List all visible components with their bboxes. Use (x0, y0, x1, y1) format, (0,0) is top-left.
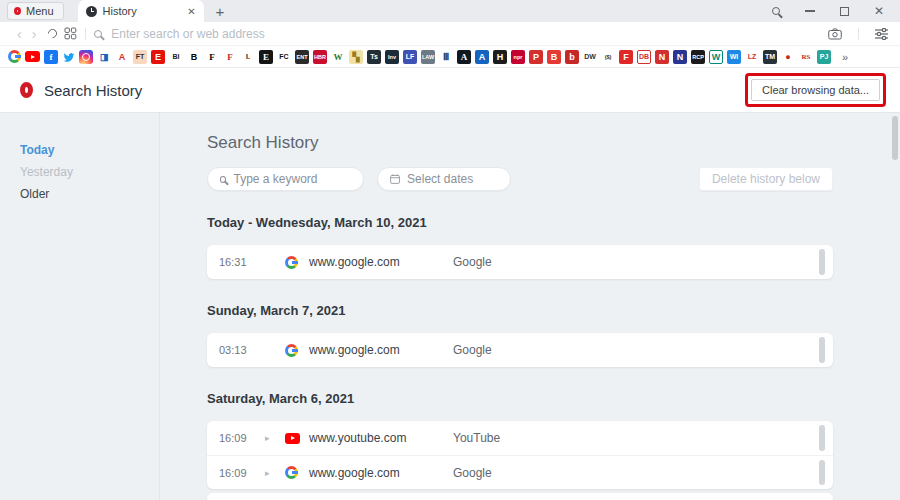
address-input[interactable] (111, 27, 828, 41)
forward-button[interactable]: › (27, 27, 42, 41)
bookmark-facebook[interactable]: f (44, 50, 58, 64)
address-bar[interactable] (94, 27, 828, 41)
row-scrollbar[interactable] (819, 425, 825, 451)
google-favicon (285, 256, 298, 269)
row-scrollbar[interactable] (819, 249, 825, 275)
bookmark-tm[interactable]: TM (763, 50, 777, 64)
bookmark-red-b[interactable]: B (547, 50, 561, 64)
new-tab-button[interactable]: + (216, 3, 225, 20)
page-scrollbar-thumb[interactable] (892, 116, 898, 160)
dates-input[interactable] (407, 172, 498, 186)
bookmark-twitter[interactable] (62, 51, 75, 63)
toolbar-divider (858, 28, 859, 40)
history-row[interactable]: 03:13www.google.comGoogle (207, 333, 833, 367)
bookmark-capitol[interactable]: Ⅲ (439, 50, 453, 64)
history-sidebar: TodayYesterdayOlder (0, 113, 160, 500)
search-icon[interactable] (772, 7, 780, 15)
bookmark-hbr[interactable]: HBR (313, 50, 327, 64)
history-site-name: YouTube (453, 431, 500, 445)
bookmark-inc[interactable]: I. (241, 50, 255, 64)
bookmark-drop[interactable]: ● (781, 50, 795, 64)
bookmark-google[interactable] (8, 50, 21, 63)
history-list: Today - Wednesday, March 10, 202116:31ww… (207, 215, 833, 500)
minimize-button[interactable] (805, 10, 815, 12)
bookmark-h-site[interactable]: H (493, 50, 507, 64)
bookmark-rcp[interactable]: RCP (691, 50, 705, 64)
bookmark-business-insider[interactable]: BI (169, 50, 183, 64)
toolbar-right (828, 28, 888, 40)
bookmark-fast-company[interactable]: FC (277, 50, 291, 64)
bookmark-instagram[interactable] (79, 50, 93, 64)
tab-close-icon[interactable]: ✕ (187, 6, 195, 17)
speed-dial-button[interactable] (64, 27, 77, 40)
snapshot-button[interactable] (828, 28, 842, 40)
expand-arrow-icon[interactable]: ▸ (265, 468, 285, 478)
keyword-search-field[interactable] (207, 167, 364, 191)
history-time: 16:09 (217, 467, 265, 479)
bookmark-forbes[interactable]: F (205, 50, 219, 64)
bookmark-lf[interactable]: LF (403, 50, 417, 64)
bookmark-rs[interactable]: RS (799, 50, 813, 64)
bookmark-green-w[interactable]: W (331, 50, 345, 64)
menu-button[interactable]: Menu (7, 2, 64, 20)
bookmark-pj[interactable]: PJ (817, 50, 831, 64)
google-favicon-cell (285, 466, 309, 479)
sidebar-item-yesterday[interactable]: Yesterday (0, 161, 159, 183)
reload-button[interactable] (46, 27, 59, 40)
bookmark-lz[interactable]: LZ (745, 50, 759, 64)
clear-browsing-data-button[interactable]: Clear browsing data... (751, 79, 880, 101)
history-card: 16:09▸www.youtube.comYouTube16:09▸www.go… (207, 421, 833, 489)
bookmark-news-blue[interactable]: ◨ (97, 50, 111, 64)
bookmark-npr[interactable]: npr (511, 50, 525, 64)
bookmark-teal-w[interactable]: W (709, 50, 723, 64)
bookmark-blue-a[interactable]: A (475, 50, 489, 64)
easy-setup-button[interactable] (875, 28, 888, 40)
delete-history-below-button[interactable]: Delete history below (699, 167, 833, 191)
window-controls: ✕ (772, 5, 900, 17)
restore-button[interactable] (840, 7, 849, 16)
bookmark-ent[interactable]: ENT (295, 50, 309, 64)
bookmark-youtube[interactable] (25, 51, 40, 62)
bookmark-ts[interactable]: Ts (367, 50, 381, 64)
history-row[interactable]: 16:31www.google.comGoogle (207, 245, 833, 279)
sidebar-item-older[interactable]: Older (0, 183, 159, 205)
history-row[interactable]: 16:09▸www.youtube.comYouTube (207, 421, 833, 455)
expand-arrow-icon[interactable]: ▸ (265, 433, 285, 443)
bookmark-wi[interactable]: WI (727, 50, 741, 64)
bookmark-db[interactable]: DB (637, 50, 651, 64)
bookmark-red-p[interactable]: P (529, 50, 543, 64)
bookmarks-overflow-icon[interactable]: » (842, 51, 848, 63)
bookmark-dollar[interactable]: ($) (601, 50, 615, 64)
row-scrollbar[interactable] (819, 460, 825, 485)
tab-history[interactable]: History ✕ (78, 0, 204, 22)
bookmark-yellow-site[interactable]: ▚ (349, 50, 363, 64)
bookmark-fortune[interactable]: F (223, 50, 237, 64)
bookmark-dark-a[interactable]: A (457, 50, 471, 64)
history-time: 03:13 (217, 344, 265, 356)
bookmark-dw[interactable]: DW (583, 50, 597, 64)
red-highlight-annotation: Clear browsing data... (745, 73, 886, 107)
select-dates-field[interactable] (377, 167, 511, 191)
page-title: Search History (44, 82, 142, 99)
bookmark-inv[interactable]: Inv (385, 50, 399, 64)
bookmark-law[interactable]: LAW (421, 50, 435, 64)
youtube-favicon-cell (285, 433, 309, 444)
keyword-input[interactable] (233, 172, 351, 186)
close-button[interactable]: ✕ (874, 5, 884, 17)
history-date-heading: Saturday, March 6, 2021 (207, 391, 833, 406)
back-button[interactable]: ‹ (12, 27, 27, 41)
history-row[interactable]: 16:09▸www.google.comGoogle (207, 455, 833, 489)
bookmark-red-a[interactable]: A (115, 50, 129, 64)
google-favicon (285, 466, 298, 479)
bookmark-bloomberg[interactable]: B (187, 50, 201, 64)
sidebar-item-today[interactable]: Today (0, 139, 159, 161)
bookmark-economist[interactable]: E (151, 50, 165, 64)
bookmark-flipboard[interactable]: F (619, 50, 633, 64)
bookmark-blue-n[interactable]: N (673, 50, 687, 64)
opera-logo-icon (14, 7, 21, 15)
bookmark-red-n[interactable]: N (655, 50, 669, 64)
bookmark-red-b-small[interactable]: b (565, 50, 579, 64)
row-scrollbar[interactable] (819, 337, 825, 363)
bookmark-entrepreneur[interactable]: E (259, 50, 273, 64)
bookmark-ft[interactable]: FT (133, 50, 147, 64)
